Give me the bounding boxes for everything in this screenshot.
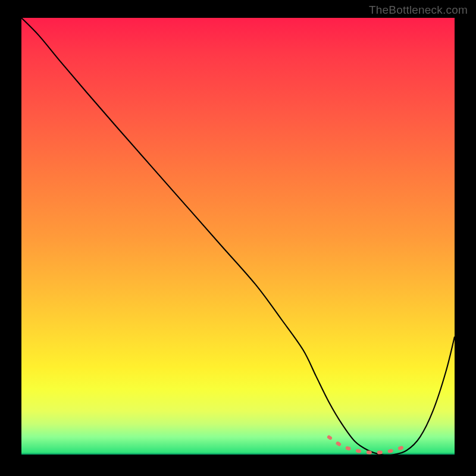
plot-background (21, 18, 455, 455)
chart-frame: TheBottleneck.com (0, 0, 476, 476)
bottleneck-curve (21, 18, 455, 455)
chart-svg (21, 18, 455, 455)
watermark-text: TheBottleneck.com (369, 4, 468, 17)
